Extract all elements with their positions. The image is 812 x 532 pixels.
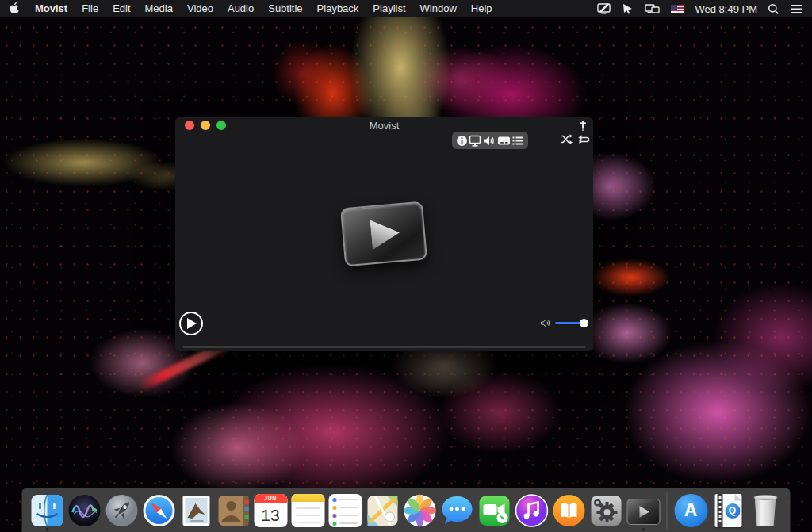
safari-icon [142,494,175,527]
us-flag-input-source-icon[interactable] [671,5,684,13]
dock-item-system-preferences[interactable] [588,488,624,532]
movist-dock-icon [626,499,660,525]
menu-bar: Movist File Edit Media Video Audio Subti… [0,0,812,17]
notification-center-icon[interactable] [790,4,803,14]
menu-subtitle[interactable]: Subtitle [261,0,309,17]
dock-item-mail[interactable] [178,488,214,532]
trash-icon [753,495,777,526]
dock-item-quicktime-document[interactable]: Q [710,488,746,532]
desktop: Movist File Edit Media Video Audio Subti… [0,0,812,532]
displays-icon[interactable] [645,3,661,14]
transport-controls [560,134,590,144]
menu-movist[interactable]: Movist [28,0,75,17]
menu-edit[interactable]: Edit [105,0,137,17]
logo-play-triangle-icon [370,217,400,250]
dock-item-facetime[interactable] [476,488,512,532]
volume-control [541,318,588,328]
maps-icon [366,494,399,527]
finder-icon [30,494,63,527]
repeat-icon[interactable] [577,134,590,144]
menu-window[interactable]: Window [413,0,464,17]
siri-icon [67,494,101,527]
seek-bar[interactable] [183,346,585,348]
volume-icon[interactable] [483,135,496,147]
messages-icon [440,494,473,527]
menu-playlist[interactable]: Playlist [366,0,412,17]
finder-running-indicator [45,528,48,531]
dock: JUN 13 [22,488,791,532]
menu-playback[interactable]: Playback [310,0,366,17]
system-preferences-icon [589,494,622,527]
dock-item-notes[interactable] [289,488,326,532]
dock-item-siri[interactable] [66,488,102,532]
dock-item-trash[interactable] [747,488,783,532]
calendar-icon: JUN 13 [254,494,287,527]
app-store-icon: A [674,494,707,527]
dock-item-launchpad[interactable] [103,488,140,532]
spotlight-search-icon[interactable] [768,3,779,15]
photos-icon [403,494,436,527]
movist-center-logo [340,201,427,267]
menu-bar-left: Movist File Edit Media Video Audio Subti… [0,0,500,17]
movist-window: Movist [175,117,593,351]
dock-item-ibooks[interactable] [550,488,587,532]
dock-item-calendar[interactable]: JUN 13 [252,488,289,532]
volume-slider-thumb[interactable] [580,319,588,327]
window-title: Movist [175,120,593,132]
dock-item-safari[interactable] [140,488,177,532]
pointer-device-icon[interactable] [622,3,634,14]
apple-menu[interactable] [10,2,28,15]
menu-audio[interactable]: Audio [220,0,261,17]
launchpad-icon [105,494,138,527]
app-store-letter: A [684,499,698,521]
facetime-icon [477,494,511,527]
subtitle-icon[interactable] [497,135,511,147]
menu-bar-clock[interactable]: Wed 8:49 PM [695,3,757,15]
info-icon[interactable] [456,135,468,147]
dock-item-movist[interactable] [625,488,661,532]
notes-icon [291,494,324,527]
ibooks-icon [552,494,585,527]
playlist-icon[interactable] [511,135,524,147]
calendar-day: 13 [254,503,287,527]
itunes-icon [515,494,548,527]
play-icon [187,318,197,329]
video-display-icon[interactable] [469,135,481,147]
menu-file[interactable]: File [75,0,105,17]
dock-item-finder[interactable] [29,488,65,532]
play-button[interactable] [179,312,203,335]
dock-item-contacts[interactable] [215,488,251,532]
dock-item-messages[interactable] [439,488,475,532]
display-mirroring-icon[interactable] [597,3,611,14]
dock-item-reminders[interactable] [327,488,363,532]
shuffle-icon[interactable] [560,134,573,144]
dock-separator [667,492,668,530]
apple-logo-icon [10,2,21,15]
dock-item-itunes[interactable] [513,488,550,532]
mail-icon [179,494,213,527]
window-toolbar [452,132,528,149]
menu-help[interactable]: Help [464,0,500,17]
volume-slider[interactable] [555,322,588,324]
quicktime-document-icon: Q [714,494,741,527]
volume-speaker-icon [541,318,551,328]
dock-item-photos[interactable] [401,488,438,532]
menu-bar-status-area: Wed 8:49 PM [597,3,812,15]
quicktime-letter: Q [729,505,736,516]
dock-item-app-store[interactable]: A [672,488,709,532]
dock-item-maps[interactable] [364,488,400,532]
reminders-icon [328,494,362,527]
movist-running-indicator [642,528,645,531]
always-on-top-pin-icon[interactable] [577,120,588,132]
menu-media[interactable]: Media [138,0,180,17]
calendar-month: JUN [254,494,287,503]
window-titlebar[interactable]: Movist [175,117,593,133]
contacts-icon [216,494,250,527]
menu-video[interactable]: Video [180,0,220,17]
